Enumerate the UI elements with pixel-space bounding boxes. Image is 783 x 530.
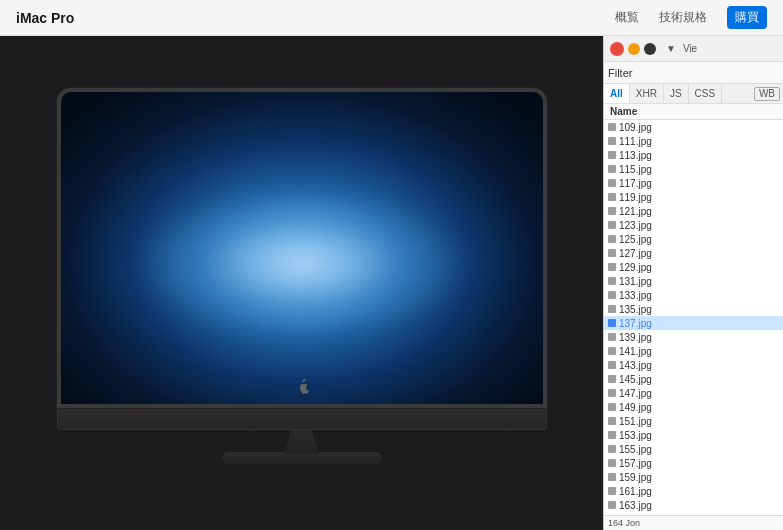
tab-more[interactable]: WB <box>754 87 780 101</box>
file-name: 153.jpg <box>619 430 652 441</box>
file-name: 157.jpg <box>619 458 652 469</box>
nav-link-overview[interactable]: 概覧 <box>615 9 639 26</box>
devtools-file-list[interactable]: 109.jpg111.jpg113.jpg115.jpg117.jpg119.j… <box>604 120 783 515</box>
devtools-circle-btn[interactable] <box>628 43 640 55</box>
page-content <box>0 36 603 530</box>
file-icon <box>608 319 616 327</box>
imac-bezel <box>61 92 543 404</box>
imac-container <box>0 36 603 530</box>
file-item[interactable]: 123.jpg <box>604 218 783 232</box>
file-name: 161.jpg <box>619 486 652 497</box>
file-name: 141.jpg <box>619 346 652 357</box>
devtools-view-icon[interactable]: Vie <box>681 42 699 55</box>
file-icon <box>608 473 616 481</box>
nav-link-buy[interactable]: 購買 <box>727 6 767 29</box>
file-item[interactable]: 119.jpg <box>604 190 783 204</box>
file-icon <box>608 445 616 453</box>
nav-links: 概覧 技術規格 購買 <box>615 6 767 29</box>
devtools-record-btn[interactable] <box>610 42 624 56</box>
file-item[interactable]: 109.jpg <box>604 120 783 134</box>
file-item[interactable]: 139.jpg <box>604 330 783 344</box>
file-icon <box>608 165 616 173</box>
file-icon <box>608 193 616 201</box>
file-name: 125.jpg <box>619 234 652 245</box>
file-item[interactable]: 131.jpg <box>604 274 783 288</box>
file-item[interactable]: 161.jpg <box>604 484 783 498</box>
file-item[interactable]: 133.jpg <box>604 288 783 302</box>
file-item[interactable]: 141.jpg <box>604 344 783 358</box>
file-icon <box>608 235 616 243</box>
file-item[interactable]: 157.jpg <box>604 456 783 470</box>
file-name: 139.jpg <box>619 332 652 343</box>
file-icon <box>608 375 616 383</box>
devtools-toolbar: ▼ Vie <box>604 36 783 62</box>
file-name: 149.jpg <box>619 402 652 413</box>
file-name: 113.jpg <box>619 150 652 161</box>
tab-js[interactable]: JS <box>664 84 689 103</box>
devtools-filter-row: Filter <box>604 62 783 84</box>
file-name: 119.jpg <box>619 192 652 203</box>
imac-neck <box>277 430 327 454</box>
file-item[interactable]: 121.jpg <box>604 204 783 218</box>
file-name: 151.jpg <box>619 416 652 427</box>
devtools-col-header: Name <box>604 104 783 120</box>
imac-screen <box>57 88 547 408</box>
file-name: 133.jpg <box>619 290 652 301</box>
file-icon <box>608 221 616 229</box>
file-item[interactable]: 151.jpg <box>604 414 783 428</box>
file-icon <box>608 263 616 271</box>
file-item[interactable]: 111.jpg <box>604 134 783 148</box>
file-item[interactable]: 149.jpg <box>604 400 783 414</box>
file-item[interactable]: 153.jpg <box>604 428 783 442</box>
tab-xhr[interactable]: XHR <box>630 84 664 103</box>
main-area: ▼ Vie Filter All XHR JS CSS WB <box>0 36 783 530</box>
file-item[interactable]: 147.jpg <box>604 386 783 400</box>
file-icon <box>608 277 616 285</box>
file-icon <box>608 137 616 145</box>
filter-label: Filter <box>608 67 632 79</box>
tab-all[interactable]: All <box>604 84 630 103</box>
file-item[interactable]: 159.jpg <box>604 470 783 484</box>
file-item[interactable]: 145.jpg <box>604 372 783 386</box>
nav-link-specs[interactable]: 技術規格 <box>659 9 707 26</box>
file-name: 155.jpg <box>619 444 652 455</box>
file-name: 127.jpg <box>619 248 652 259</box>
file-icon <box>608 333 616 341</box>
file-name: 163.jpg <box>619 500 652 511</box>
nav-title: iMac Pro <box>16 10 74 26</box>
file-name: 117.jpg <box>619 178 652 189</box>
file-item[interactable]: 113.jpg <box>604 148 783 162</box>
file-item[interactable]: 129.jpg <box>604 260 783 274</box>
file-name: 121.jpg <box>619 206 652 217</box>
file-item[interactable]: 163.jpg <box>604 498 783 512</box>
file-name: 115.jpg <box>619 164 652 175</box>
file-item[interactable]: 115.jpg <box>604 162 783 176</box>
file-name: 137.jpg <box>619 318 652 329</box>
file-icon <box>608 207 616 215</box>
file-icon <box>608 347 616 355</box>
file-item[interactable]: 137.jpg <box>604 316 783 330</box>
file-item[interactable]: 125.jpg <box>604 232 783 246</box>
file-icon <box>608 487 616 495</box>
file-name: 111.jpg <box>619 136 652 147</box>
imac-wrapper <box>57 88 547 478</box>
file-icon <box>608 123 616 131</box>
devtools-panel: ▼ Vie Filter All XHR JS CSS WB <box>603 36 783 530</box>
file-name: 159.jpg <box>619 472 652 483</box>
file-item[interactable]: 127.jpg <box>604 246 783 260</box>
file-icon <box>608 361 616 369</box>
devtools-tabs-row: All XHR JS CSS WB <box>604 84 783 104</box>
devtools-video-btn[interactable] <box>644 43 656 55</box>
file-item[interactable]: 143.jpg <box>604 358 783 372</box>
file-item[interactable]: 155.jpg <box>604 442 783 456</box>
tab-css[interactable]: CSS <box>689 84 723 103</box>
file-item[interactable]: 135.jpg <box>604 302 783 316</box>
file-icon <box>608 291 616 299</box>
file-icon <box>608 431 616 439</box>
devtools-funnel-icon[interactable]: ▼ <box>664 42 678 55</box>
file-icon <box>608 501 616 509</box>
file-item[interactable]: 117.jpg <box>604 176 783 190</box>
apple-logo-screen <box>292 376 312 398</box>
file-icon <box>608 403 616 411</box>
file-icon <box>608 459 616 467</box>
